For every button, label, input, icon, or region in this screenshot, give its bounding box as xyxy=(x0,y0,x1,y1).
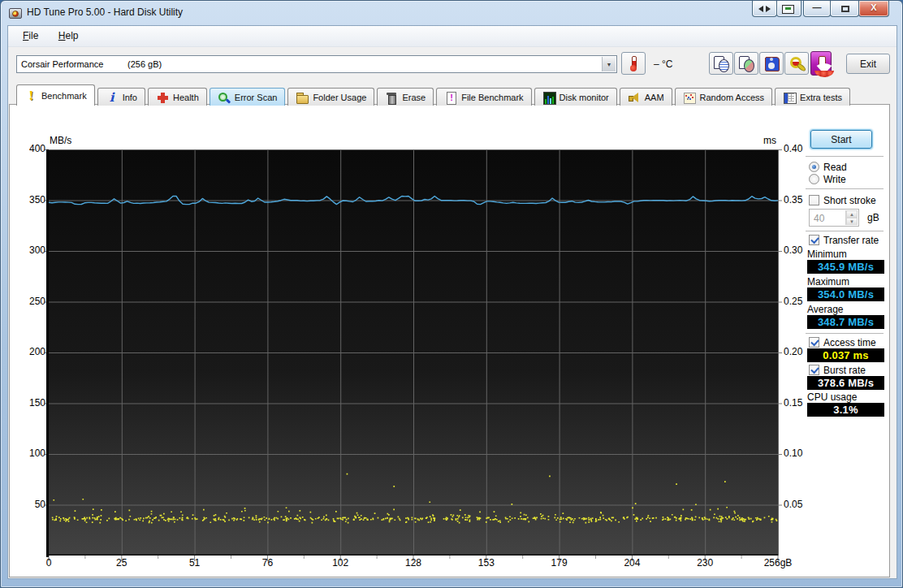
close-button[interactable]: X xyxy=(858,1,889,17)
tab-erase[interactable]: Erase xyxy=(377,88,434,106)
short-stroke-checkbox[interactable] xyxy=(809,195,819,205)
menu-help[interactable]: Help xyxy=(50,26,87,41)
save-icon xyxy=(760,53,783,74)
y-axis-right-tick-label: 0.25 xyxy=(784,296,802,307)
tab-random-access[interactable]: Random Access xyxy=(675,88,772,106)
tab-disk-monitor[interactable]: Disk monitor xyxy=(534,88,617,106)
y-axis-tick-label: 400 xyxy=(15,143,45,154)
copy-screenshot-button[interactable] xyxy=(734,52,758,75)
y-axis-tick-label: 300 xyxy=(15,244,45,256)
maximize-button[interactable] xyxy=(830,1,859,17)
close-icon: X xyxy=(859,2,888,12)
caption-extra-buttons xyxy=(753,1,801,17)
x-axis-tick-label: 0 xyxy=(28,557,69,569)
tab-health[interactable]: Health xyxy=(148,88,207,106)
y-axis-tick-label: 100 xyxy=(15,447,45,459)
benchmark-page: MB/s ms 40035030025020015010050 0.400.35… xyxy=(9,104,890,577)
x-axis-tick-label: 153 xyxy=(466,557,507,569)
tab-benchmark[interactable]: Benchmark xyxy=(16,84,95,106)
tab-label: Disk monitor xyxy=(560,93,609,102)
disk-monitor-icon xyxy=(542,91,555,104)
short-stroke-label[interactable]: Short stroke xyxy=(823,195,876,206)
chevron-down-icon[interactable]: ▼ xyxy=(602,57,616,71)
tab-label: Benchmark xyxy=(41,91,87,101)
average-value: 348.7 MB/s xyxy=(807,315,884,329)
options-icon xyxy=(785,53,808,74)
minimize-button[interactable]: — xyxy=(803,1,831,17)
x-axis-tick-label: 25 xyxy=(102,557,142,569)
tab-folder-usage[interactable]: Folder Usage xyxy=(287,88,374,106)
tab-aam[interactable]: AAM xyxy=(620,88,672,106)
maximum-label: Maximum xyxy=(807,276,849,288)
y-axis-right-tick-label: 0.40 xyxy=(784,143,802,154)
temperature-unit: °C xyxy=(662,58,672,70)
tab-label: Info xyxy=(123,93,137,102)
burst-rate-checkbox[interactable] xyxy=(809,365,819,375)
minimize-icon: — xyxy=(804,2,830,12)
caption-buttons: — X xyxy=(804,1,889,17)
stepper-up-icon[interactable]: ▲ xyxy=(846,210,858,218)
y-axis-right-tick-label: 0.20 xyxy=(784,346,802,357)
x-axis-tick-label: 230 xyxy=(685,557,725,569)
options-button[interactable] xyxy=(784,52,809,75)
write-label[interactable]: Write xyxy=(823,174,846,185)
y-left-unit-label: MB/s xyxy=(50,135,71,146)
temperature-button[interactable] xyxy=(621,52,646,75)
tab-label: Folder Usage xyxy=(313,93,366,102)
transfer-rate-label[interactable]: Transfer rate xyxy=(823,235,879,246)
capacity-unit-label: gB xyxy=(867,212,879,223)
burst-rate-label[interactable]: Burst rate xyxy=(823,365,866,376)
read-radio[interactable] xyxy=(809,162,819,172)
benchmark-controls: Start Read Write Short stroke 40 xyxy=(805,105,889,577)
short-stroke-capacity-stepper[interactable]: 40 ▲ ▼ xyxy=(809,209,859,227)
copy-report-button[interactable] xyxy=(709,52,733,75)
y-axis-tick-label: 200 xyxy=(15,346,45,357)
x-axis-tick-label: 179 xyxy=(539,557,580,569)
access-time-label[interactable]: Access time xyxy=(823,337,876,348)
y-axis-right-tick-label: 0.35 xyxy=(784,194,802,205)
exit-button[interactable]: Exit xyxy=(846,54,890,74)
y-axis-tick-label: 150 xyxy=(15,397,45,409)
download-button[interactable] xyxy=(810,51,832,76)
x-axis-tick-label: 256gB xyxy=(758,557,798,569)
transfer-rate-checkbox[interactable] xyxy=(809,235,819,245)
extra-tests-icon xyxy=(783,91,796,104)
separator xyxy=(806,156,884,158)
stepper-down-icon[interactable]: ▼ xyxy=(846,218,858,225)
write-radio[interactable] xyxy=(809,174,819,184)
save-button[interactable] xyxy=(759,52,784,75)
tab-label: Error Scan xyxy=(235,93,278,102)
y-axis-right-tick-label: 0.05 xyxy=(784,499,802,510)
y-right-unit-label: ms xyxy=(743,135,776,146)
maximize-icon xyxy=(841,6,849,12)
toolbar: Corsair Performance (256 gB) ▼ – °C Exit xyxy=(8,48,897,86)
start-button[interactable]: Start xyxy=(810,130,872,149)
access-time-value: 0.037 ms xyxy=(807,348,884,362)
minimum-value: 345.9 MB/s xyxy=(807,260,884,274)
tab-extra-tests[interactable]: Extra tests xyxy=(775,88,850,106)
tab-file-benchmark[interactable]: File Benchmark xyxy=(436,88,531,106)
window-export-button[interactable] xyxy=(776,1,801,17)
health-icon xyxy=(156,91,169,104)
maximum-value: 354.0 MB/s xyxy=(807,288,884,301)
tab-error-scan[interactable]: Error Scan xyxy=(210,88,286,106)
app-window: HD Tune Pro 5.00 - Hard Disk Utility — X… xyxy=(0,0,903,588)
menu-file[interactable]: File xyxy=(15,26,46,41)
access-time-checkbox[interactable] xyxy=(809,337,819,348)
menu-bar: File Help xyxy=(8,26,897,47)
drive-name: Corsair Performance xyxy=(21,59,103,69)
drive-selector[interactable]: Corsair Performance (256 gB) ▼ xyxy=(16,55,617,73)
read-label[interactable]: Read xyxy=(823,162,847,173)
tab-label: Erase xyxy=(402,93,426,102)
thermometer-icon xyxy=(622,53,645,74)
tab-strip: BenchmarkInfoHealthError ScanFolder Usag… xyxy=(16,84,853,106)
temperature-value: – xyxy=(654,58,659,70)
compare-button[interactable] xyxy=(752,1,777,17)
x-axis-tick-label: 128 xyxy=(393,557,434,569)
drive-capacity: (256 gB) xyxy=(127,59,162,69)
tab-info[interactable]: Info xyxy=(97,88,145,106)
burst-rate-value: 378.6 MB/s xyxy=(807,376,884,390)
y-axis-right-tick-label: 0.15 xyxy=(784,397,802,409)
average-label: Average xyxy=(807,304,843,315)
file-benchmark-icon xyxy=(444,91,457,104)
